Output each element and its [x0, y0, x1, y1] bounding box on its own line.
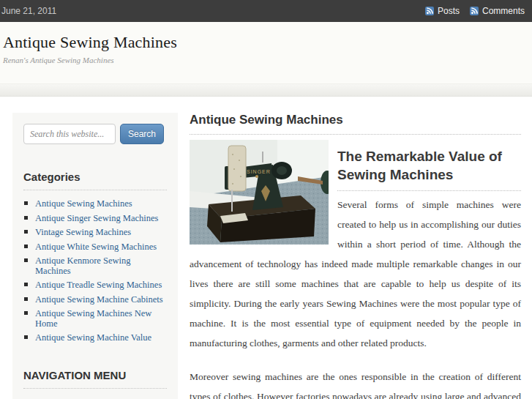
- categories-heading: Categories: [23, 171, 167, 190]
- site-tagline: Renan's Antique Sewing Machines: [3, 56, 532, 64]
- navigation-item: Home: [23, 397, 167, 399]
- sidebar: Search Categories Antique Sewing Machine…: [12, 113, 178, 399]
- search-form: Search: [23, 124, 167, 144]
- site-header: Antique Sewing Machines Renan's Antique …: [0, 22, 532, 83]
- navigation-widget: NAVIGATION MENU Home Privacy T&C Contact: [23, 369, 167, 399]
- main-column: Antique Sewing Machines: [190, 113, 521, 399]
- navigation-link[interactable]: Home: [35, 397, 58, 399]
- category-link[interactable]: Antique Sewing Machines New Home: [35, 308, 151, 329]
- category-item: Antique Sewing Machine Cabinets: [23, 294, 167, 305]
- posts-link[interactable]: Posts: [425, 6, 460, 16]
- current-date: June 21, 2011: [1, 6, 56, 16]
- navigation-list: Home Privacy T&C Contact: [23, 397, 167, 399]
- posts-link-label: Posts: [438, 6, 460, 16]
- content-area: Search Categories Antique Sewing Machine…: [0, 97, 532, 399]
- category-item: Antique Treadle Sewing Machines: [23, 280, 167, 290]
- category-link[interactable]: Antique Singer Sewing Machines: [35, 213, 158, 223]
- sewing-machine-image: SINGER: [190, 140, 329, 245]
- category-link[interactable]: Vintage Sewing Machines: [35, 227, 131, 237]
- category-link[interactable]: Antique Sewing Machine Value: [35, 332, 151, 343]
- svg-text:SINGER: SINGER: [247, 169, 271, 174]
- category-item: Antique Sewing Machines New Home: [23, 308, 167, 328]
- category-item: Antique Sewing Machines: [23, 198, 167, 209]
- category-item: Antique White Sewing Machines: [23, 242, 167, 252]
- topbar-links: Posts Comments: [425, 6, 525, 16]
- category-link[interactable]: Antique White Sewing Machines: [35, 242, 157, 252]
- categories-widget: Categories Antique Sewing Machines Antiq…: [23, 171, 167, 343]
- category-link[interactable]: Antique Sewing Machines: [35, 198, 132, 209]
- category-item: Antique Singer Sewing Machines: [23, 213, 167, 223]
- category-item: Antique Sewing Machine Value: [23, 332, 167, 343]
- site-title[interactable]: Antique Sewing Machines: [3, 33, 532, 52]
- rss-icon: [470, 7, 479, 15]
- category-item: Antique Kenmore Sewing Machines: [23, 256, 167, 275]
- comments-link[interactable]: Comments: [470, 6, 525, 16]
- comments-link-label: Comments: [482, 6, 525, 16]
- categories-list: Antique Sewing Machines Antique Singer S…: [23, 198, 167, 343]
- post-title: The Remarkable Value of Sewing Machines: [337, 140, 521, 191]
- rss-icon: [425, 7, 434, 15]
- post-paragraph: Moreover sewing machines are the ones re…: [190, 367, 521, 399]
- navigation-heading: NAVIGATION MENU: [23, 369, 167, 389]
- post-body: SINGER The Remarkable Value of Sewing Ma…: [190, 140, 521, 399]
- search-input[interactable]: [23, 124, 116, 144]
- category-link[interactable]: Antique Sewing Machine Cabinets: [35, 294, 163, 305]
- category-item: Vintage Sewing Machines: [23, 227, 167, 237]
- navigation-band: [0, 83, 532, 97]
- category-link[interactable]: Antique Treadle Sewing Machines: [35, 280, 162, 290]
- page-title: Antique Sewing Machines: [190, 113, 521, 135]
- topbar: June 21, 2011 Posts: [0, 0, 532, 22]
- category-link[interactable]: Antique Kenmore Sewing Machines: [35, 256, 131, 276]
- search-button[interactable]: Search: [120, 124, 164, 144]
